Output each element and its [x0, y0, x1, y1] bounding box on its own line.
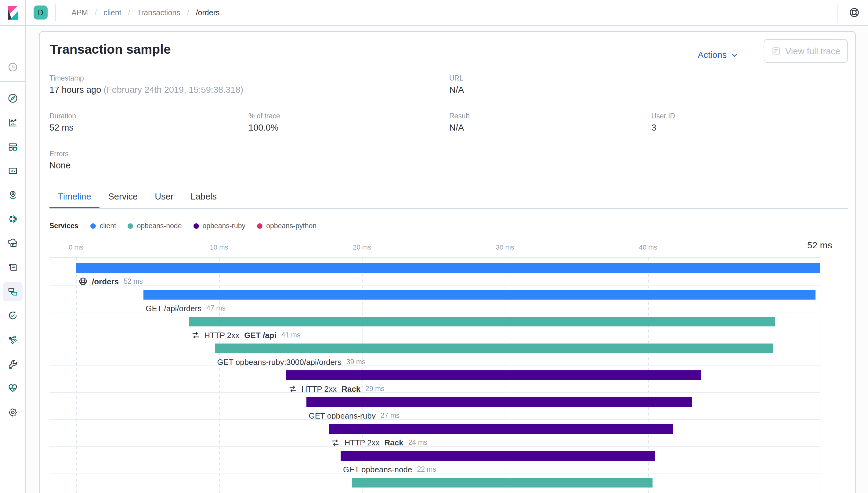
space-avatar[interactable]: D [34, 5, 48, 20]
legend-color-dot [193, 223, 199, 229]
sidebar-item-infrastructure[interactable] [3, 234, 23, 253]
top-navigation-bar: D APM/client/Transactions//orders [0, 0, 868, 26]
legend-item: opbeans-node [128, 222, 182, 230]
waterfall-bar[interactable] [286, 370, 701, 380]
chart-icon [7, 117, 18, 128]
actions-menu-button[interactable]: Actions [698, 50, 738, 60]
item-duration: 29 ms [365, 385, 385, 392]
kibana-logo-icon [5, 5, 20, 20]
item-name: GET opbeans-ruby:3000/api/orders [217, 357, 341, 366]
waterfall-row-label[interactable]: /orders52 ms [79, 275, 143, 287]
recently-viewed-button[interactable] [3, 57, 23, 77]
legend-item: client [91, 222, 116, 230]
waterfall-bar[interactable] [306, 397, 692, 407]
view-full-trace-button[interactable]: View full trace [764, 39, 848, 63]
waterfall-row-label[interactable]: GET opbeans-node22 ms [343, 463, 436, 475]
gridline [820, 258, 820, 493]
kibana-logo[interactable] [0, 0, 26, 25]
sidebar-item-management[interactable] [3, 403, 23, 422]
detail-tabs: TimelineServiceUserLabels [49, 187, 848, 209]
uptime-check-icon [7, 310, 18, 321]
topbar-divider [837, 4, 838, 21]
breadcrumb-item[interactable]: client [104, 8, 121, 17]
row-separator [49, 339, 820, 339]
waterfall-row-label[interactable]: HTTP 2xxGET /api21 ms [354, 490, 463, 493]
breadcrumb-separator: / [94, 8, 97, 17]
breadcrumb-item[interactable]: APM [71, 8, 88, 17]
topbar-divider [55, 4, 56, 21]
item-name: /orders [92, 277, 119, 286]
metadata-label: URL [449, 74, 464, 82]
metadata-value: N/A [449, 123, 469, 132]
sidebar-item-visualize[interactable] [3, 113, 23, 132]
tab-timeline[interactable]: Timeline [49, 187, 100, 208]
waterfall-bar[interactable] [341, 451, 655, 460]
waterfall-bar[interactable] [143, 290, 815, 300]
breadcrumb-item[interactable]: Transactions [137, 8, 181, 17]
sidebar-item-dev-tools[interactable] [3, 355, 23, 374]
axis-total-duration: 52 ms [807, 240, 832, 250]
metadata-label: Errors [49, 150, 70, 157]
item-duration: 47 ms [206, 304, 226, 312]
waterfall-row-label[interactable]: HTTP 2xxGET /api41 ms [191, 329, 300, 341]
gridline [76, 258, 77, 493]
metadata-field: User ID3 [651, 112, 675, 132]
merge-icon [332, 438, 339, 446]
chevron-down-icon [731, 51, 738, 58]
waterfall-row-label[interactable]: GET opbeans-ruby27 ms [309, 409, 400, 422]
cloud-server-icon [7, 238, 18, 249]
page-title: Transaction sample [50, 42, 171, 57]
time-axis: 0 ms10 ms20 ms30 ms40 ms52 ms [49, 238, 820, 257]
breadcrumb-item[interactable]: /orders [196, 8, 220, 17]
metadata-value: 17 hours ago (February 24th 2019, 15:59:… [49, 85, 243, 94]
waterfall-bar[interactable] [215, 344, 773, 353]
sidebar-item-maps[interactable] [3, 186, 23, 205]
scroll-icon [7, 262, 18, 273]
sidebar-item-apm[interactable] [3, 282, 23, 301]
merge-icon [191, 331, 199, 339]
metadata-field: Duration52 ms [49, 112, 76, 132]
span-type-label: HTTP 2xx [367, 491, 402, 493]
tab-labels[interactable]: Labels [182, 187, 225, 208]
sidebar-item-machine-learning[interactable] [3, 209, 23, 229]
metadata-value: 3 [651, 123, 675, 132]
trace-document-icon [771, 46, 780, 56]
breadcrumb-separator: / [187, 8, 189, 17]
sidebar-item-uptime[interactable] [3, 306, 23, 325]
sidebar-item-monitoring[interactable] [3, 378, 23, 398]
waterfall-bar[interactable] [329, 424, 672, 434]
metadata-label: Result [449, 112, 469, 120]
sidebar-item-canvas[interactable] [3, 161, 23, 180]
waterfall-row-label[interactable]: GET /api/orders47 ms [146, 302, 226, 314]
waterfall-bar[interactable] [76, 263, 820, 273]
waterfall-row-label[interactable]: HTTP 2xxRack29 ms [289, 383, 385, 395]
metadata-field: URLN/A [449, 74, 464, 94]
tab-user[interactable]: User [146, 187, 182, 208]
metadata-label: User ID [651, 112, 675, 120]
metadata-field: % of trace100.0% [249, 112, 280, 132]
span-type-label: HTTP 2xx [204, 330, 239, 340]
item-name: GET /api/orders [146, 303, 202, 313]
breadcrumb: APM/client/Transactions//orders [71, 8, 219, 17]
metadata-value: N/A [449, 85, 464, 94]
metadata-value: 52 ms [49, 123, 76, 132]
metadata-label: Timestamp [49, 74, 243, 82]
waterfall-row-label[interactable]: GET opbeans-ruby:3000/api/orders39 ms [217, 356, 366, 368]
waterfall-bar[interactable] [189, 317, 775, 326]
gear-icon [7, 407, 18, 418]
help-button[interactable] [845, 3, 863, 22]
sidebar-item-logs[interactable] [3, 257, 23, 277]
axis-tick-label: 20 ms [353, 243, 371, 251]
waterfall-bar[interactable] [352, 478, 652, 488]
item-name: GET opbeans-node [343, 465, 412, 474]
dashboard-icon [7, 142, 18, 152]
legend-label: opbeans-ruby [202, 222, 246, 230]
sidebar-item-graph[interactable] [3, 330, 23, 350]
metadata-field: ErrorsNone [49, 150, 70, 170]
legend-color-dot [128, 223, 133, 229]
sidebar-item-discover[interactable] [3, 88, 23, 108]
heartbeat-icon [7, 383, 18, 393]
tab-service[interactable]: Service [100, 187, 147, 208]
waterfall-row-label[interactable]: HTTP 2xxRack24 ms [332, 436, 427, 448]
sidebar-item-dashboard[interactable] [3, 137, 23, 157]
